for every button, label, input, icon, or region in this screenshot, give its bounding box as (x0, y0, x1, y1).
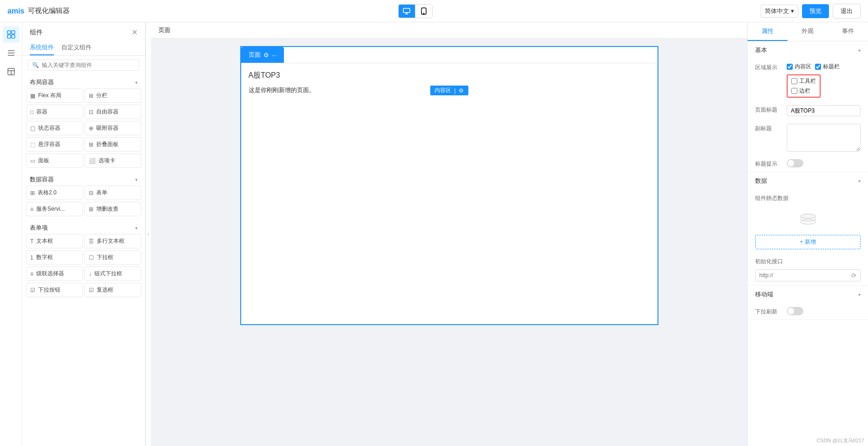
section-mobile-title: 移动端 (755, 290, 773, 299)
toolbar-checkbox[interactable] (791, 78, 797, 84)
canvas-body[interactable]: 页面 ⚙ ··· A股TOP3 内容区 | ⚙ 这是你刚刚新增的页面。 (151, 39, 747, 446)
more-icon: ··· (272, 52, 277, 59)
list-item[interactable]: ☐下拉框 (85, 250, 141, 265)
textfield-icon: T (30, 238, 33, 245)
list-item[interactable]: ☑复选框 (85, 283, 141, 297)
list-item[interactable]: ▭面板 (26, 153, 83, 168)
list-item[interactable]: ≡服务Servi... (26, 202, 83, 216)
tab-events[interactable]: 事件 (828, 22, 868, 41)
section-basic-title: 基本 (755, 46, 767, 54)
list-item[interactable]: ⊡自由容器 (85, 105, 141, 119)
static-data-label: 组件静态数据 (755, 193, 789, 202)
category-layout-title: 布局容器 (30, 78, 54, 87)
list-item[interactable]: 1数字框 (26, 250, 83, 265)
component-panel: 组件 ✕ 系统组件 自定义组件 🔍 布局容器 ▾ ▦Flex 布局 ⊞分栏 □容… (22, 22, 145, 446)
section-mobile-header[interactable]: 移动端 ▾ (748, 286, 868, 303)
list-item[interactable]: ⊞折叠面板 (85, 137, 141, 152)
language-label: 简体中文 (765, 7, 789, 15)
category-layout: 布局容器 ▾ ▦Flex 布局 ⊞分栏 □容器 ⊡自由容器 ▢状态容器 ⊕吸附容… (26, 74, 141, 168)
tab-appearance[interactable]: 外观 (788, 22, 828, 41)
app-title: 可视化编辑器 (28, 7, 70, 15)
category-data-header[interactable]: 数据容器 ▾ (26, 172, 141, 186)
chevron-down-icon: ▾ (858, 48, 861, 53)
api-input-row: ⟳ (755, 269, 861, 281)
tab-custom-components[interactable]: 自定义组件 (61, 40, 92, 55)
tab-system-components[interactable]: 系统组件 (30, 40, 54, 55)
sidebar-item-outline[interactable] (3, 45, 20, 61)
search-icon: 🔍 (32, 62, 39, 68)
sidebar-item-other[interactable] (3, 63, 20, 80)
form-icon: ⊟ (89, 190, 93, 196)
panel-collapse-handle[interactable]: ‹ (145, 22, 151, 446)
main-area: 组件 ✕ 系统组件 自定义组件 🔍 布局容器 ▾ ▦Flex 布局 ⊞分栏 □容… (0, 22, 868, 446)
svg-point-18 (801, 214, 815, 219)
layout-component-grid: ▦Flex 布局 ⊞分栏 □容器 ⊡自由容器 ▢状态容器 ⊕吸附容器 ⬚悬浮容器… (26, 88, 141, 168)
collapse-icon: ‹ (148, 232, 149, 237)
add-button[interactable]: + 新增 (755, 235, 861, 249)
init-api-label: 初始化接口 (755, 257, 783, 266)
sidebar-label: 边栏 (799, 87, 810, 95)
list-item[interactable]: ⬚悬浮容器 (26, 137, 83, 152)
list-item[interactable]: ⊞分栏 (85, 88, 141, 103)
mobile-device-btn[interactable] (415, 5, 432, 18)
topbar: amis 可视化编辑器 简体中文 ▾ (0, 0, 868, 22)
highlight-region-box: 工具栏 边栏 (787, 74, 821, 98)
section-data-header[interactable]: 数据 ▾ (748, 172, 868, 190)
icon-sidebar (0, 22, 22, 446)
category-form-header[interactable]: 表单项 ▾ (26, 220, 141, 234)
page-title-label: 页面标题 (755, 105, 783, 114)
pull-refresh-toggle[interactable] (787, 307, 803, 315)
list-item[interactable]: □容器 (26, 105, 83, 119)
search-input[interactable] (42, 62, 135, 68)
desktop-device-btn[interactable] (399, 5, 415, 18)
cascader-icon: ≡ (30, 271, 33, 277)
title-tip-toggle[interactable] (787, 159, 803, 167)
list-item[interactable]: ☰多行文本框 (85, 234, 141, 248)
component-panel-header: 组件 ✕ (22, 22, 145, 40)
properties-body: 基本 ▾ 区域展示 内容区 标题栏 (748, 41, 868, 435)
title-bar-checkbox[interactable] (815, 64, 821, 70)
api-input[interactable] (756, 270, 848, 281)
category-layout-header[interactable]: 布局容器 ▾ (26, 74, 141, 88)
settings-icon: ⚙ (263, 52, 269, 59)
sidebar-checkbox[interactable] (791, 88, 797, 94)
state-container-icon: ▢ (30, 125, 35, 132)
tab-attributes[interactable]: 属性 (748, 22, 788, 41)
list-item[interactable]: ↓链式下拉框 (85, 266, 141, 281)
section-basic-header[interactable]: 基本 ▾ (748, 41, 868, 59)
close-icon[interactable]: ✕ (132, 28, 138, 37)
page-tab[interactable]: 页面 ⚙ ··· (241, 47, 284, 63)
list-item[interactable]: ⬜选项卡 (85, 153, 141, 168)
list-item[interactable]: ⊕吸附容器 (85, 121, 141, 135)
content-area-checkbox[interactable] (787, 64, 793, 70)
container-icon: □ (30, 109, 33, 115)
search-box: 🔍 (28, 60, 139, 71)
list-item[interactable]: ▢状态容器 (26, 121, 83, 135)
page-title-row: 页面标题 (748, 101, 868, 120)
list-item[interactable]: ⊟表单 (85, 186, 141, 200)
preview-button[interactable]: 预览 (802, 4, 829, 18)
watermark: CSDN @白龙马8217 (748, 435, 868, 446)
component-panel-title: 组件 (30, 28, 43, 37)
list-item[interactable]: ≡级联选择器 (26, 266, 83, 281)
exit-button[interactable]: 退出 (833, 4, 861, 19)
numberfield-icon: 1 (30, 254, 33, 261)
region-display-row: 区域展示 内容区 标题栏 (748, 59, 868, 101)
sidebar-item-components[interactable] (3, 26, 20, 43)
subtitle-label: 副标题 (755, 124, 783, 133)
subtitle-input[interactable] (787, 124, 861, 152)
page-canvas: 页面 ⚙ ··· A股TOP3 内容区 | ⚙ 这是你刚刚新增的页面。 (240, 46, 658, 325)
title-tip-label: 标题提示 (755, 159, 783, 168)
page-title-input[interactable] (787, 105, 861, 116)
list-item[interactable]: ⊞增删改查 (85, 202, 141, 216)
list-item[interactable]: ☑下拉按钮 (26, 283, 83, 297)
list-item[interactable]: T文本框 (26, 234, 83, 248)
language-btn[interactable]: 简体中文 ▾ (761, 5, 798, 18)
list-item[interactable]: ⊞表格2.0 (26, 186, 83, 200)
list-item[interactable]: ▦Flex 布局 (26, 88, 83, 103)
chevron-down-icon: ▾ (791, 7, 794, 14)
chevron-down-icon: ▾ (135, 226, 138, 231)
refresh-icon[interactable]: ⟳ (848, 272, 860, 279)
content-area-label[interactable]: 内容区 | ⚙ (430, 86, 468, 95)
dropdown-button-icon: ☑ (30, 287, 35, 293)
